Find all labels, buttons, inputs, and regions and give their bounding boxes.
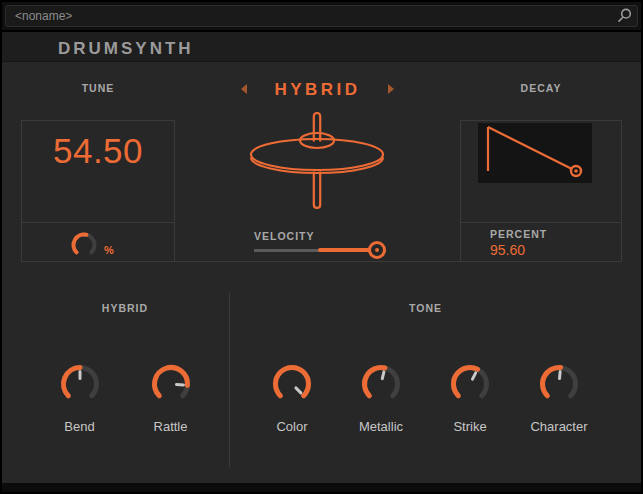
- hybrid-knob-row: BendRattle: [21, 362, 229, 434]
- preset-name-field[interactable]: <noname>: [5, 5, 638, 27]
- bottom-strip: [2, 483, 641, 492]
- decay-envelope-graphic: [478, 123, 592, 183]
- knob-label: Rattle: [154, 419, 188, 434]
- knob-dial-strike[interactable]: [448, 362, 492, 406]
- panel-divider: [22, 222, 174, 223]
- engine-next-icon[interactable]: [388, 84, 394, 94]
- engine-selector[interactable]: HYBRID: [175, 80, 460, 100]
- knob-label: Metallic: [359, 419, 403, 434]
- decay-percent-label: PERCENT: [490, 228, 547, 240]
- knob-dial-bend[interactable]: [58, 362, 102, 406]
- knob-dial-color[interactable]: [270, 362, 314, 406]
- preset-name-text: <noname>: [15, 9, 72, 23]
- knob-bend: Bend: [48, 362, 112, 434]
- decay-section-label: DECAY: [460, 82, 622, 94]
- top-bar: <noname>: [2, 2, 641, 30]
- search-icon[interactable]: [616, 8, 633, 25]
- tune-section-label: TUNE: [21, 82, 175, 94]
- tone-knob-row: ColorMetallicStrikeCharacter: [229, 362, 622, 434]
- knob-label: Bend: [64, 419, 94, 434]
- knob-rattle: Rattle: [139, 362, 203, 434]
- knob-label: Strike: [453, 419, 486, 434]
- knob-character: Character: [527, 362, 591, 434]
- decay-envelope-display[interactable]: [478, 123, 592, 183]
- velocity-slider[interactable]: [254, 241, 386, 259]
- plugin-title: DRUMSYNTH: [58, 39, 194, 59]
- decay-percent-value[interactable]: 95.60: [490, 242, 525, 258]
- knob-label: Character: [530, 419, 587, 434]
- hybrid-section-label: HYBRID: [21, 302, 229, 314]
- knob-dial-metallic[interactable]: [359, 362, 403, 406]
- tune-unit-knob[interactable]: [70, 231, 98, 259]
- knob-label: Color: [276, 419, 307, 434]
- knob-strike: Strike: [438, 362, 502, 434]
- tune-panel: 54.50 %: [21, 120, 175, 262]
- tone-section-label: TONE: [229, 302, 622, 314]
- decay-panel: PERCENT 95.60: [460, 120, 622, 262]
- knob-dial-character[interactable]: [537, 362, 581, 406]
- knob-dial-rattle[interactable]: [149, 362, 193, 406]
- tune-unit-label: %: [104, 244, 114, 256]
- velocity-handle[interactable]: [368, 241, 386, 259]
- knob-metallic: Metallic: [349, 362, 413, 434]
- knob-color: Color: [260, 362, 324, 434]
- panel-divider: [461, 222, 621, 223]
- plugin-header: DRUMSYNTH: [2, 32, 641, 62]
- tune-value[interactable]: 54.50: [22, 131, 174, 171]
- cymbal-graphic: [237, 109, 397, 212]
- section-divider: [174, 261, 461, 262]
